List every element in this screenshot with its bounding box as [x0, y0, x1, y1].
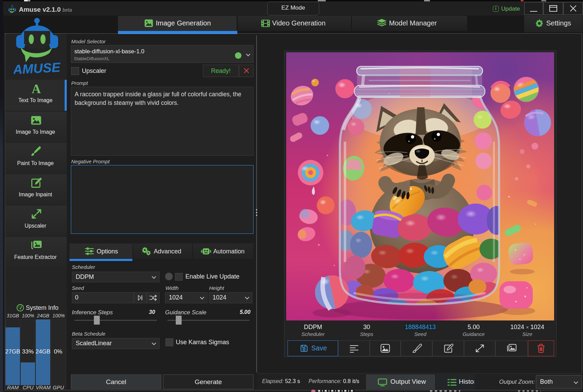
svg-text:AMUSE: AMUSE: [14, 60, 61, 76]
